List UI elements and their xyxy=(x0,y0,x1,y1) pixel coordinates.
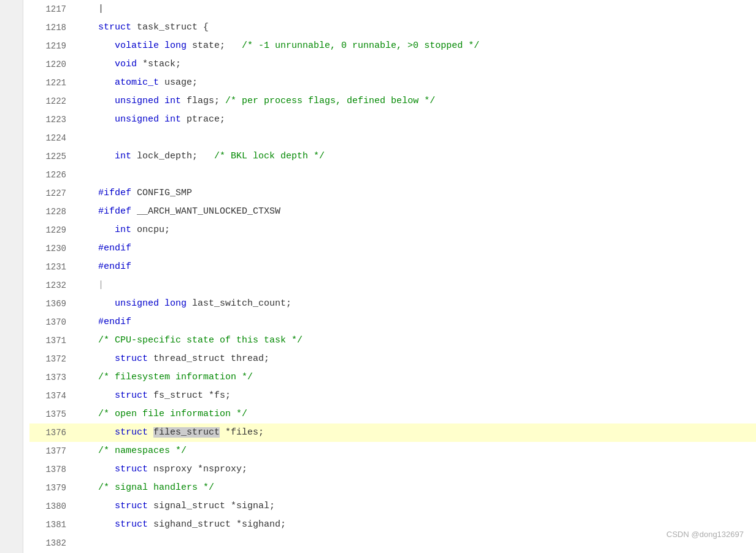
line-number: 1218 xyxy=(29,18,79,37)
line-content: | xyxy=(79,276,756,295)
line-number: 1222 xyxy=(29,92,79,110)
code-line: 1226 xyxy=(29,166,756,184)
line-content: #ifdef CONFIG_SMP xyxy=(79,184,756,203)
line-content: /* CPU-specific state of this task */ xyxy=(79,331,756,350)
line-number: 1225 xyxy=(29,147,79,166)
line-content xyxy=(79,129,756,147)
line-content: unsigned long last_switch_count; xyxy=(79,295,756,313)
code-line: 1225 int lock_depth; /* BKL lock depth *… xyxy=(29,147,756,166)
code-line: 1378 struct nsproxy *nsproxy; xyxy=(29,460,756,479)
line-number: 1230 xyxy=(29,239,79,258)
line-content: void *stack; xyxy=(79,55,756,74)
line-content xyxy=(79,534,756,552)
code-line: 1220 void *stack; xyxy=(29,55,756,74)
line-number: 1373 xyxy=(29,368,79,387)
code-line: 1223 unsigned int ptrace; xyxy=(29,110,756,129)
line-number: 1231 xyxy=(29,258,79,276)
line-number: 1377 xyxy=(29,442,79,460)
line-content: /* signal handlers */ xyxy=(79,479,756,497)
line-content: #endif xyxy=(79,258,756,276)
code-area[interactable]: 1217 |1218 struct task_struct {1219 vola… xyxy=(23,0,756,553)
line-number: 1226 xyxy=(29,166,79,184)
line-number: 1369 xyxy=(29,295,79,313)
line-number: 1381 xyxy=(29,516,79,534)
code-line: 1232 | xyxy=(29,276,756,295)
line-content: atomic_t usage; xyxy=(79,74,756,92)
code-line: 1377 /* namespaces */ xyxy=(29,442,756,460)
line-number: 1229 xyxy=(29,221,79,239)
line-number: 1372 xyxy=(29,350,79,368)
line-content: struct sighand_struct *sighand; xyxy=(79,516,756,534)
code-line: 1380 struct signal_struct *signal; xyxy=(29,497,756,516)
code-line: 1227 #ifdef CONFIG_SMP xyxy=(29,184,756,203)
line-number: 1370 xyxy=(29,313,79,331)
code-line: 1217 | xyxy=(29,0,756,18)
line-content: volatile long state; /* -1 unrunnable, 0… xyxy=(79,37,756,55)
code-line: 1375 /* open file information */ xyxy=(29,405,756,423)
line-content: #ifdef __ARCH_WANT_UNLOCKED_CTXSW xyxy=(79,203,756,221)
code-line: 1379 /* signal handlers */ xyxy=(29,479,756,497)
line-number: 1221 xyxy=(29,74,79,92)
code-line: 1221 atomic_t usage; xyxy=(29,74,756,92)
line-content: #endif xyxy=(79,239,756,258)
code-line: 1218 struct task_struct { xyxy=(29,18,756,37)
line-number: 1371 xyxy=(29,331,79,350)
line-content: int lock_depth; /* BKL lock depth */ xyxy=(79,147,756,166)
line-number: 1375 xyxy=(29,405,79,423)
code-line: 1230 #endif xyxy=(29,239,756,258)
gutter xyxy=(0,0,23,553)
code-line: 1373 /* filesystem information */ xyxy=(29,368,756,387)
code-line: 1376 struct files_struct *files; xyxy=(29,423,756,442)
line-number: 1217 xyxy=(29,0,79,18)
code-container: 1217 |1218 struct task_struct {1219 vola… xyxy=(0,0,756,553)
line-number: 1379 xyxy=(29,479,79,497)
line-number: 1378 xyxy=(29,460,79,479)
line-number: 1227 xyxy=(29,184,79,203)
code-line: 1219 volatile long state; /* -1 unrunnab… xyxy=(29,37,756,55)
highlighted-word: files_struct xyxy=(153,427,220,438)
watermark: CSDN @dong132697 xyxy=(666,525,744,544)
line-content: /* filesystem information */ xyxy=(79,368,756,387)
line-content: /* open file information */ xyxy=(79,405,756,423)
code-line: 1222 unsigned int flags; /* per process … xyxy=(29,92,756,110)
line-number: 1228 xyxy=(29,203,79,221)
line-content: unsigned int flags; /* per process flags… xyxy=(79,92,756,110)
line-content xyxy=(79,166,756,184)
line-number: 1220 xyxy=(29,55,79,74)
line-number: 1224 xyxy=(29,129,79,147)
code-line: 1381 struct sighand_struct *sighand; xyxy=(29,516,756,534)
line-number: 1374 xyxy=(29,387,79,405)
code-line: 1372 struct thread_struct thread; xyxy=(29,350,756,368)
code-line: 1371 /* CPU-specific state of this task … xyxy=(29,331,756,350)
code-line: 1382 xyxy=(29,534,756,552)
code-line: 1228 #ifdef __ARCH_WANT_UNLOCKED_CTXSW xyxy=(29,203,756,221)
line-content: /* namespaces */ xyxy=(79,442,756,460)
code-line: 1370 #endif xyxy=(29,313,756,331)
line-content: struct thread_struct thread; xyxy=(79,350,756,368)
line-number: 1223 xyxy=(29,110,79,129)
code-line: 1224 xyxy=(29,129,756,147)
line-number: 1380 xyxy=(29,497,79,516)
line-content: struct nsproxy *nsproxy; xyxy=(79,460,756,479)
code-line: 1231 #endif xyxy=(29,258,756,276)
line-content: unsigned int ptrace; xyxy=(79,110,756,129)
line-number: 1376 xyxy=(29,423,79,442)
line-content: | xyxy=(79,0,756,18)
code-line: 1374 struct fs_struct *fs; xyxy=(29,387,756,405)
line-content: struct fs_struct *fs; xyxy=(79,387,756,405)
line-number: 1382 xyxy=(29,534,79,552)
line-content: #endif xyxy=(79,313,756,331)
code-line: 1229 int oncpu; xyxy=(29,221,756,239)
line-number: 1232 xyxy=(29,276,79,295)
line-content: struct signal_struct *signal; xyxy=(79,497,756,516)
line-content: struct task_struct { xyxy=(79,18,756,37)
line-number: 1219 xyxy=(29,37,79,55)
line-content: struct files_struct *files; xyxy=(79,423,756,442)
line-content: int oncpu; xyxy=(79,221,756,239)
code-line: 1369 unsigned long last_switch_count; xyxy=(29,295,756,313)
